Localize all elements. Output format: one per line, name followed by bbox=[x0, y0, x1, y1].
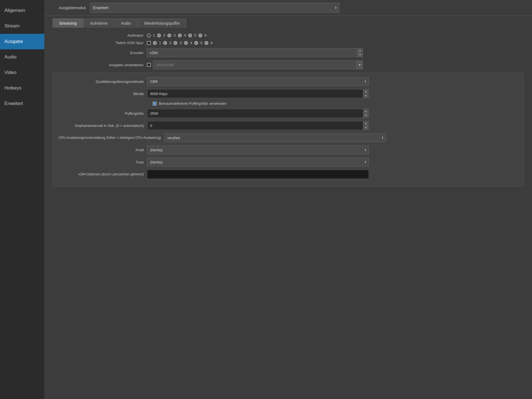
audiospur-tracks: 1 2 3 4 5 6 bbox=[147, 33, 206, 37]
cpu-select-wrapper: veryfast bbox=[164, 133, 386, 142]
qualitaet-select[interactable]: CBR bbox=[147, 77, 369, 86]
tune-select-wrapper: (Nichts) bbox=[147, 158, 369, 167]
puffer-checkbox[interactable]: ✓ bbox=[153, 102, 157, 106]
bitrate-spinner-up[interactable]: ▲ bbox=[363, 89, 369, 94]
bitrate-spinner[interactable]: ▲ ▼ bbox=[363, 89, 369, 98]
encoder-spinner-down[interactable]: ▼ bbox=[357, 53, 363, 57]
twitch-vod-label: Twitch-VOD-Spur bbox=[53, 41, 147, 45]
twitch-vod-radio-2[interactable] bbox=[163, 41, 167, 45]
encoder-row: Encoder ▲ ▼ bbox=[53, 48, 524, 57]
audiospur-radio-6[interactable] bbox=[198, 34, 202, 37]
keyframe-label: Keyframeintervall in Sek. (0 = automatis… bbox=[58, 124, 147, 128]
bitrate-row: Bitrate ▲ ▼ bbox=[58, 89, 518, 98]
encoder-spinner-up[interactable]: ▲ bbox=[357, 48, 363, 53]
ausgabemodus-select[interactable]: Erweitert bbox=[90, 3, 339, 13]
tab-audio[interactable]: Audio bbox=[115, 19, 137, 28]
bitrate-input-wrapper: ▲ ▼ bbox=[147, 89, 369, 98]
content-area: Audiospur 1 2 3 4 5 bbox=[44, 28, 532, 399]
bitrate-input[interactable] bbox=[147, 89, 363, 98]
puffer-spinner-down[interactable]: ▼ bbox=[363, 113, 369, 117]
profil-label: Profil bbox=[58, 148, 147, 152]
profil-select-wrapper: (Nichts) bbox=[147, 145, 369, 154]
keyframe-spinner-down[interactable]: ▼ bbox=[363, 126, 369, 130]
audiospur-radio-5[interactable] bbox=[188, 34, 192, 37]
encoder-input[interactable] bbox=[147, 48, 357, 57]
keyframe-row: Keyframeintervall in Sek. (0 = automatis… bbox=[58, 121, 518, 130]
tune-row: Tune (Nichts) bbox=[58, 158, 518, 167]
cpu-label: CPU-Auslastungsvoreinstellung (höher = n… bbox=[58, 136, 164, 140]
sidebar-item-audio[interactable]: Audio bbox=[0, 49, 44, 65]
twitch-vod-checkbox[interactable] bbox=[147, 41, 151, 45]
keyframe-input[interactable] bbox=[147, 121, 363, 130]
ausgabemodus-bar: Ausgabemodus Erweitert bbox=[44, 0, 532, 16]
puffer-spinner-up[interactable]: ▲ bbox=[363, 109, 369, 113]
twitch-vod-tracks: 1 2 3 4 5 6 bbox=[147, 41, 213, 45]
ausgabemodus-select-wrapper: Erweitert bbox=[90, 3, 339, 13]
sidebar-item-ausgabe[interactable]: Ausgabe bbox=[0, 34, 44, 49]
tab-aufnahme[interactable]: Aufnahme bbox=[84, 19, 114, 28]
tab-wiederholungspuffer[interactable]: Wiederholungspuffer bbox=[138, 19, 186, 28]
sidebar-item-allgemein[interactable]: Allgemein bbox=[0, 3, 44, 18]
puffer-label: Puffergröße bbox=[58, 111, 147, 116]
puffer-checkbox-label: Benutzerdefinierte Puffergröße verwenden bbox=[159, 101, 227, 106]
puffer-row: Puffergröße ▲ ▼ bbox=[58, 109, 518, 118]
puffer-input[interactable] bbox=[147, 109, 363, 118]
audiospur-row: Audiospur 1 2 3 4 5 bbox=[53, 33, 524, 37]
puffer-spinner[interactable]: ▲ ▼ bbox=[363, 109, 369, 118]
umskalieren-checkbox[interactable] bbox=[147, 63, 151, 67]
keyframe-input-wrapper: ▲ ▼ bbox=[147, 121, 369, 130]
encoder-input-wrapper: ▲ ▼ bbox=[147, 48, 369, 57]
twitch-vod-radio-5[interactable] bbox=[194, 41, 198, 45]
encoder-settings-box: Qualitätsregulierungsmethode CBR Bitrate… bbox=[53, 73, 524, 186]
keyframe-spinner-up[interactable]: ▲ bbox=[363, 121, 369, 126]
profil-row: Profil (Nichts) bbox=[58, 145, 518, 154]
profil-select[interactable]: (Nichts) bbox=[147, 145, 369, 154]
tabs-bar: Streaming Aufnahme Audio Wiederholungspu… bbox=[44, 16, 532, 28]
cpu-select[interactable]: veryfast bbox=[164, 133, 386, 142]
sidebar-item-erweitert[interactable]: Erweitert bbox=[0, 96, 44, 111]
audiospur-radio-2[interactable] bbox=[157, 34, 161, 37]
umskalieren-row: Ausgabe umskalieren ▼ bbox=[53, 60, 524, 69]
ausgabemodus-label: Ausgabemodus bbox=[53, 6, 86, 10]
encoder-spinner[interactable]: ▲ ▼ bbox=[357, 48, 363, 57]
tab-streaming[interactable]: Streaming bbox=[53, 19, 83, 28]
twitch-vod-radio-3[interactable] bbox=[173, 41, 177, 45]
tune-select[interactable]: (Nichts) bbox=[147, 158, 369, 167]
puffer-input-wrapper: ▲ ▼ bbox=[147, 109, 369, 118]
umskalieren-dropdown-btn[interactable]: ▼ bbox=[357, 60, 363, 69]
qualitaet-label: Qualitätsregulierungsmethode bbox=[58, 80, 147, 84]
twitch-vod-radio-6[interactable] bbox=[204, 41, 208, 45]
encoder-label: Encoder bbox=[53, 51, 147, 55]
cpu-row: CPU-Auslastungsvoreinstellung (höher = n… bbox=[58, 133, 518, 142]
bitrate-label: Bitrate bbox=[58, 92, 147, 96]
umskalieren-controls: ▼ bbox=[147, 60, 363, 69]
sidebar-item-hotkeys[interactable]: Hotkeys bbox=[0, 80, 44, 96]
keyframe-spinner[interactable]: ▲ ▼ bbox=[363, 121, 369, 130]
sidebar-item-video[interactable]: Video bbox=[0, 65, 44, 80]
audiospur-radio-1[interactable] bbox=[147, 34, 151, 37]
audiospur-radio-4[interactable] bbox=[178, 34, 182, 37]
audiospur-label: Audiospur bbox=[53, 33, 147, 37]
puffer-checkbox-row: ✓ Benutzerdefinierte Puffergröße verwend… bbox=[153, 101, 518, 106]
x264-label: x264-Optionen (durch Leerzeichen getrenn… bbox=[58, 172, 147, 176]
twitch-vod-radio-1[interactable] bbox=[153, 41, 157, 45]
qualitaet-select-wrapper: CBR bbox=[147, 77, 369, 86]
twitch-vod-radio-4[interactable] bbox=[184, 41, 188, 45]
umskalieren-label: Ausgabe umskalieren bbox=[53, 63, 147, 67]
umskalieren-input[interactable] bbox=[153, 60, 357, 69]
sidebar-item-stream[interactable]: Stream bbox=[0, 18, 44, 34]
x264-options-row: x264-Optionen (durch Leerzeichen getrenn… bbox=[58, 170, 518, 179]
x264-input[interactable] bbox=[147, 170, 369, 179]
bitrate-spinner-down[interactable]: ▼ bbox=[363, 94, 369, 98]
audiospur-radio-3[interactable] bbox=[167, 34, 171, 37]
qualitaet-row: Qualitätsregulierungsmethode CBR bbox=[58, 77, 518, 86]
twitch-vod-row: Twitch-VOD-Spur 1 2 3 4 bbox=[53, 41, 524, 45]
main-content: Ausgabemodus Erweitert Streaming Aufnahm… bbox=[44, 0, 532, 399]
tune-label: Tune bbox=[58, 160, 147, 164]
sidebar: Allgemein Stream Ausgabe Audio Video Hot… bbox=[0, 0, 44, 399]
